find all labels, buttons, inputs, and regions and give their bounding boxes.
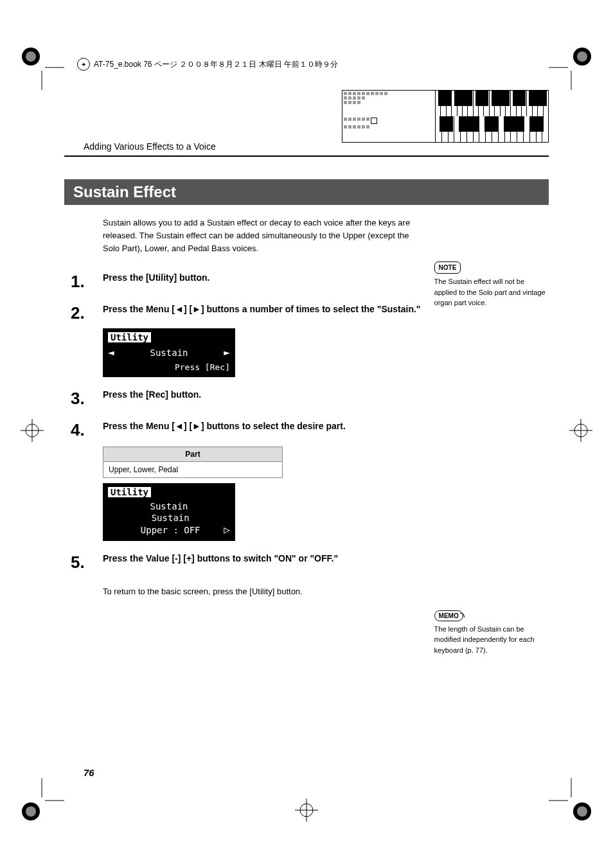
section-title: Sustain Effect (64, 179, 549, 205)
crop-mark-tl (19, 45, 64, 90)
step-3: 3. Press the [Rec] button. (103, 389, 422, 409)
side-mark-left (19, 418, 45, 443)
lcd1-center: Sustain (150, 348, 188, 358)
note-label: NOTE (434, 261, 461, 274)
left-arrow-icon (175, 421, 184, 431)
step-4: 4. Press the Menu [] [] buttons to selec… (103, 420, 422, 440)
return-text: To return to the basic screen, press the… (103, 587, 422, 596)
step-1-text: Press the [Utility] button. (103, 272, 209, 292)
lcd2-line3: Upper : OFF (117, 525, 224, 535)
right-arrow-icon (192, 421, 201, 431)
crop-mark-bl (19, 778, 64, 823)
part-table: Part Upper, Lower, Pedal (103, 447, 283, 478)
lcd-screen-2: Utility Sustain Sustain ► Upper : OFF ▷ (103, 483, 235, 541)
step-4-number: 4. (71, 420, 103, 440)
main-column: Sustain allows you to add a Sustain effe… (64, 217, 422, 655)
right-arrow-icon (192, 304, 201, 314)
note-text: The Sustain effect will not be applied t… (434, 276, 549, 308)
lcd1-right-arrow-icon: ► (224, 346, 230, 359)
svg-point-11 (26, 806, 36, 817)
step-5-number: 5. (71, 553, 103, 572)
keyboard-illustration (342, 90, 549, 143)
intro-text: Sustain allows you to add a Sustain effe… (103, 217, 422, 255)
svg-point-15 (577, 806, 587, 817)
side-mark-right (568, 418, 594, 443)
memo-label: MEMO (434, 610, 463, 621)
step-2-text: Press the Menu [] [] buttons a number of… (103, 303, 421, 323)
lcd1-bottom: Press [Rec] (108, 362, 230, 372)
crop-mark-tr (549, 45, 594, 90)
lcd2-title: Utility (108, 487, 151, 497)
memo-text: The length of Sustain can be modified in… (434, 624, 549, 656)
step-4-text: Press the Menu [] [] buttons to select t… (103, 420, 346, 440)
lcd2-line2: Sustain (117, 513, 224, 523)
sidebar: NOTE The Sustain effect will not be appl… (434, 217, 549, 655)
page-content: ✦ AT-75_e.book 76 ページ ２００８年８月２１日 木曜日 午前１… (64, 58, 549, 804)
chapter-label: Adding Various Effects to a Voice (64, 141, 216, 155)
step-5-text26: Press the Value [-] [+] buttons to switc… (103, 553, 338, 572)
svg-point-3 (26, 51, 36, 62)
register-icon: ✦ (77, 58, 90, 71)
crop-mark-br (549, 778, 594, 823)
part-table-header: Part (103, 447, 283, 462)
step-3-text: Press the [Rec] button. (103, 389, 201, 409)
lcd1-title: Utility (108, 332, 151, 342)
file-header-text: AT-75_e.book 76 ページ ２００８年８月２１日 木曜日 午前１０時… (94, 59, 338, 70)
svg-point-7 (577, 51, 587, 62)
step-1: 1. Press the [Utility] button. (103, 272, 422, 292)
page-number: 76 (84, 767, 94, 778)
file-header-line: ✦ AT-75_e.book 76 ページ ２００８年８月２１日 木曜日 午前１… (64, 58, 549, 71)
left-arrow-icon (175, 304, 184, 314)
part-table-row: Upper, Lower, Pedal (103, 462, 283, 478)
step-2: 2. Press the Menu [] [] buttons a number… (103, 303, 422, 323)
step-1-number: 1. (71, 272, 103, 292)
lcd2-line1: Sustain (108, 501, 230, 511)
lcd1-left-arrow-icon: ◄ (108, 346, 114, 359)
lcd-screen-1: Utility ◄ Sustain ► Press [Rec] (103, 328, 235, 377)
step-2-number: 2. (71, 303, 103, 323)
lcd2-right-arrow-icon: ▷ (224, 524, 230, 536)
step-3-number: 3. (71, 389, 103, 409)
step-5: 5. Press the Value [-] [+] buttons to sw… (103, 553, 422, 572)
